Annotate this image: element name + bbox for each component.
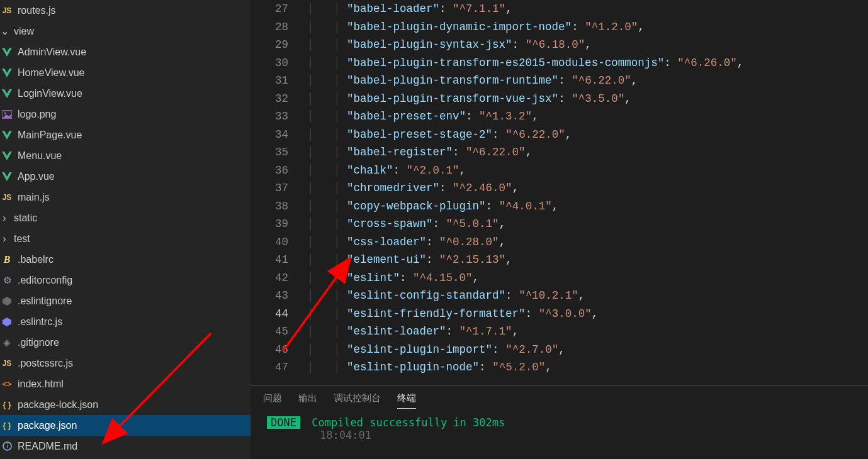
- file-adminview[interactable]: AdminView.vue: [0, 41, 251, 62]
- file-index-html[interactable]: <>index.html: [0, 373, 251, 394]
- git-icon: ◈: [0, 337, 14, 348]
- code-line[interactable]: 34│ │ "babel-preset-stage-2": "^6.22.0",: [251, 126, 868, 144]
- code-content: │ │ "babel-plugin-transform-runtime": "^…: [307, 74, 638, 87]
- code-content: │ │ "eslint-loader": "^1.7.1",: [307, 325, 519, 338]
- vue-icon: [0, 152, 14, 160]
- svg-marker-2: [2, 89, 12, 98]
- file-routes-js[interactable]: JSroutes.js: [0, 0, 251, 21]
- chevron-right-icon: ›: [0, 213, 9, 224]
- terminal-output[interactable]: DONE Compiled successfully in 302ms 18:0…: [251, 414, 868, 441]
- code-content: │ │ "copy-webpack-plugin": "^4.0.1",: [307, 200, 558, 213]
- code-content: │ │ "eslint": "^4.15.0",: [307, 272, 479, 284]
- file-loginview[interactable]: LoginView.vue: [0, 83, 251, 104]
- code-content: │ │ "css-loader": "^0.28.0",: [307, 236, 505, 248]
- tab-terminal[interactable]: 终端: [397, 392, 416, 409]
- svg-text:i: i: [6, 443, 8, 450]
- code-line[interactable]: 39│ │ "cross-spawn": "^5.0.1",: [251, 215, 868, 233]
- compile-time: 18:04:01: [267, 429, 868, 441]
- file-label: HomeView.vue: [18, 67, 84, 79]
- code-line[interactable]: 30│ │ "babel-plugin-transform-es2015-mod…: [251, 54, 868, 72]
- file-homeview[interactable]: HomeView.vue: [0, 62, 251, 83]
- html-icon: <>: [0, 379, 14, 389]
- file-label: .eslintignore: [18, 296, 72, 307]
- file-label: .eslintrc.js: [18, 316, 62, 328]
- file-package-json[interactable]: { }package.json: [0, 415, 251, 436]
- folder-view[interactable]: ⌄view: [0, 21, 251, 41]
- folder-static[interactable]: ›static: [0, 207, 251, 228]
- folder-test[interactable]: ›test: [0, 228, 251, 249]
- vue-icon: [0, 172, 14, 181]
- tab-debug-console[interactable]: 调试控制台: [334, 392, 381, 409]
- chevron-down-icon: ⌄: [0, 25, 9, 37]
- code-line[interactable]: 45│ │ "eslint-loader": "^1.7.1",: [251, 323, 868, 341]
- svg-marker-7: [2, 172, 12, 181]
- file-label: README.md: [18, 441, 77, 452]
- file-package-lock[interactable]: { }package-lock.json: [0, 394, 251, 415]
- code-line[interactable]: 36│ │ "chalk": "^2.0.1",: [251, 162, 868, 180]
- file-readme[interactable]: iREADME.md: [0, 436, 251, 456]
- code-line[interactable]: 43│ │ "eslint-config-standard": "^10.2.1…: [251, 287, 868, 305]
- file-label: main.js: [18, 192, 50, 203]
- code-line[interactable]: 37│ │ "chromedriver": "^2.46.0",: [251, 179, 868, 197]
- folder-label: test: [14, 233, 30, 245]
- code-line[interactable]: 33│ │ "babel-preset-env": "^1.3.2",: [251, 108, 868, 126]
- done-badge: DONE: [267, 416, 300, 429]
- code-content: │ │ "babel-loader": "^7.1.1",: [307, 3, 512, 15]
- file-eslintignore[interactable]: .eslintignore: [0, 290, 251, 311]
- code-line[interactable]: 38│ │ "copy-webpack-plugin": "^4.0.1",: [251, 197, 868, 216]
- tab-problems[interactable]: 问题: [263, 392, 282, 409]
- info-icon: i: [0, 441, 14, 451]
- code-content: │ │ "babel-preset-stage-2": "^6.22.0",: [307, 128, 572, 141]
- file-eslintrc[interactable]: .eslintrc.js: [0, 311, 251, 332]
- file-app-vue[interactable]: App.vue: [0, 166, 251, 187]
- file-editorconfig[interactable]: ⚙.editorconfig: [0, 270, 251, 290]
- file-mainpage[interactable]: MainPage.vue: [0, 124, 251, 145]
- code-line[interactable]: 32│ │ "babel-plugin-transform-vue-jsx": …: [251, 90, 868, 108]
- img-icon: [0, 110, 14, 119]
- file-babelrc[interactable]: B.babelrc: [0, 249, 251, 270]
- js-icon: JS: [0, 6, 14, 15]
- file-explorer[interactable]: JSroutes.js⌄viewAdminView.vueHomeView.vu…: [0, 0, 251, 459]
- folder-label: view: [14, 26, 34, 37]
- code-content: │ │ "chromedriver": "^2.46.0",: [307, 182, 519, 194]
- tab-output[interactable]: 输出: [298, 392, 317, 409]
- code-content: │ │ "eslint-config-standard": "^10.2.1",: [307, 289, 585, 302]
- vue-icon: [0, 69, 14, 77]
- gear-icon: ⚙: [0, 275, 14, 286]
- code-line[interactable]: 47│ │ "eslint-plugin-node": "^5.2.0",: [251, 358, 868, 377]
- file-label: AdminView.vue: [18, 47, 86, 58]
- code-line[interactable]: 31│ │ "babel-plugin-transform-runtime": …: [251, 72, 868, 90]
- file-gitignore[interactable]: ◈.gitignore: [0, 332, 251, 353]
- js-icon: JS: [0, 359, 14, 368]
- code-line[interactable]: 46│ │ "eslint-plugin-import": "^2.7.0",: [251, 341, 868, 359]
- file-label: Menu.vue: [18, 150, 62, 162]
- code-line[interactable]: 41│ │ "element-ui": "^2.15.13",: [251, 251, 868, 269]
- code-line[interactable]: 42│ │ "eslint": "^4.15.0",: [251, 269, 868, 287]
- code-line[interactable]: 40│ │ "css-loader": "^0.28.0",: [251, 233, 868, 252]
- file-label: package.json: [18, 420, 77, 431]
- file-label: LoginView.vue: [18, 88, 82, 99]
- svg-marker-5: [2, 131, 12, 140]
- file-main-js[interactable]: JSmain.js: [0, 187, 251, 207]
- code-line[interactable]: 28│ │ "babel-plugin-dynamic-import-node"…: [251, 18, 868, 36]
- file-menu[interactable]: Menu.vue: [0, 145, 251, 166]
- code-line[interactable]: 44│ │ "eslint-friendly-formatter": "^3.0…: [251, 305, 868, 323]
- compile-message: Compiled successfully in 302ms: [312, 416, 505, 429]
- code-content: │ │ "eslint-plugin-import": "^2.7.0",: [307, 343, 565, 356]
- file-label: .postcssrc.js: [18, 358, 73, 369]
- babel-icon: B: [0, 254, 14, 265]
- file-label: .gitignore: [18, 337, 59, 348]
- file-label: .editorconfig: [18, 275, 72, 286]
- code-content: │ │ "eslint-plugin-node": "^5.2.0",: [307, 361, 552, 373]
- code-line[interactable]: 35│ │ "babel-register": "^6.22.0",: [251, 143, 868, 162]
- code-line[interactable]: 29│ │ "babel-plugin-syntax-jsx": "^6.18.…: [251, 36, 868, 54]
- code-editor[interactable]: 27│ │ "babel-loader": "^7.1.1",28│ │ "ba…: [251, 0, 868, 385]
- svg-marker-6: [2, 152, 12, 160]
- file-logo-png[interactable]: logo.png: [0, 104, 251, 124]
- code-line[interactable]: 27│ │ "babel-loader": "^7.1.1",: [251, 0, 868, 18]
- file-label: App.vue: [18, 171, 55, 182]
- file-label: logo.png: [18, 109, 56, 120]
- folder-label: static: [14, 213, 37, 224]
- eslint-ign-icon: [0, 297, 14, 306]
- file-postcssrc[interactable]: JS.postcssrc.js: [0, 353, 251, 373]
